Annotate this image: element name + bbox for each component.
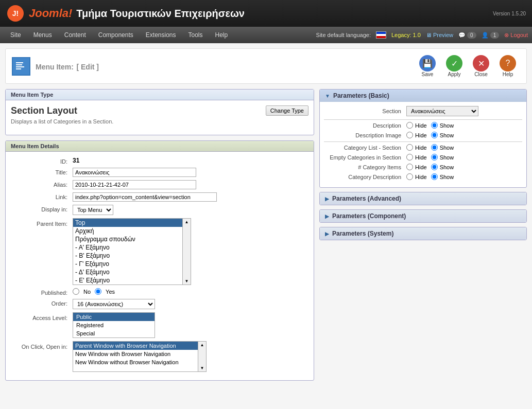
list-item[interactable]: Special (73, 329, 155, 337)
description-image-control: Hide Show (406, 132, 454, 138)
category-desc-show-radio[interactable] (431, 173, 438, 180)
empty-cat-hide-label: Hide (415, 154, 427, 161)
nav-tools[interactable]: Tools (182, 28, 209, 42)
list-item[interactable]: - Α' Εξάμηνο (73, 243, 182, 252)
scroll-down-arrow[interactable]: ▼ (184, 278, 190, 284)
params-basic-header[interactable]: ▼ Parameters (Basic) (320, 90, 526, 102)
on-click-listbox[interactable]: Parent Window with Browser Navigation Ne… (73, 341, 198, 372)
empty-categories-show-radio[interactable] (431, 154, 438, 161)
published-label: Published: (11, 288, 73, 296)
order-select[interactable]: 16 (Ανακοινώσεις) (73, 299, 155, 309)
category-items-show-radio[interactable] (431, 164, 438, 170)
preview-link[interactable]: 🖥 Preview (426, 32, 453, 38)
flag-icon (376, 31, 386, 39)
list-item[interactable]: - ΣΤ' Εξάμηνο (73, 284, 182, 285)
cat-list-hide-label: Hide (415, 145, 427, 151)
change-type-button[interactable]: Change Type (266, 105, 308, 116)
nav-site[interactable]: Site (4, 28, 27, 42)
id-value: 31 (73, 157, 308, 164)
category-items-hide-radio[interactable] (406, 164, 413, 170)
category-desc-label: Category Description (324, 174, 406, 180)
params-component-header[interactable]: ▶ Parameters (Component) (320, 210, 526, 222)
params-system-header[interactable]: ▶ Parameters (System) (320, 227, 526, 240)
nav-components[interactable]: Components (92, 28, 140, 42)
cat-desc-show-label: Show (440, 174, 454, 180)
description-label: Description (324, 122, 406, 129)
published-no-radio[interactable] (73, 288, 79, 295)
published-yes-radio[interactable] (95, 288, 101, 295)
list-item[interactable]: - Ε' Εξάμηνο (73, 276, 182, 284)
help-button[interactable]: ? Help (495, 53, 520, 79)
desc-image-hide-radio[interactable] (406, 132, 413, 138)
messages-count[interactable]: 💬 0 (458, 32, 476, 39)
nav-help[interactable]: Help (209, 28, 234, 42)
save-button[interactable]: 💾 Save (415, 53, 440, 79)
svg-rect-3 (16, 62, 23, 63)
section-layout-title: Section Layout (11, 105, 113, 116)
id-label: ID: (11, 157, 73, 165)
list-item[interactable]: - Γ' Εξάμηνο (73, 260, 182, 268)
params-advanced-header[interactable]: ▶ Parameters (Advanced) (320, 192, 526, 205)
nav-menus[interactable]: Menus (27, 28, 58, 42)
toolbar: 💾 Save ✓ Apply ✕ Close ? Help (415, 53, 520, 79)
menu-item-details-body: ID: 31 Title: Alias: (6, 152, 314, 380)
list-item[interactable]: Πρόγραμμα σπουδών (73, 235, 182, 243)
category-desc-row: Category Description Hide Show (324, 173, 522, 180)
parent-item-listbox[interactable]: Top Αρχική Πρόγραμμα σπουδών - Α' Εξάμην… (73, 218, 183, 285)
access-level-listbox[interactable]: Public Registered Special (73, 312, 155, 338)
help-icon: ? (500, 55, 516, 72)
list-item[interactable]: New Window without Browser Navigation (73, 358, 198, 366)
empty-cat-hide-pair: Hide (406, 154, 427, 161)
desc-img-show-label: Show (440, 132, 454, 138)
list-item[interactable]: Public (73, 313, 155, 321)
apply-button[interactable]: ✓ Apply (442, 53, 467, 79)
divider (324, 119, 522, 120)
description-hide-pair: Hide (406, 122, 427, 129)
close-button[interactable]: ✕ Close (469, 53, 493, 79)
cat-items-hide-label: Hide (415, 164, 427, 170)
params-component-section: ▶ Parameters (Component) (319, 209, 527, 223)
category-list-show-radio[interactable] (431, 144, 438, 151)
nav-content[interactable]: Content (58, 28, 92, 42)
users-count[interactable]: 👤 1 (482, 32, 500, 39)
section-select[interactable]: Ανακοινώσεις (406, 106, 478, 116)
list-item[interactable]: Registered (73, 321, 155, 329)
title-input[interactable] (73, 168, 196, 177)
category-desc-hide-radio[interactable] (406, 173, 413, 180)
params-system-title: Parameters (System) (332, 230, 393, 237)
on-click-label: On Click, Open in: (11, 342, 73, 350)
category-list-hide-radio[interactable] (406, 144, 413, 151)
empty-categories-label: Empty Categories in Section (324, 154, 406, 161)
preview-icon: 🖥 (426, 32, 432, 38)
display-in-select[interactable]: Top Menu (73, 205, 113, 215)
onclick-scrollbar[interactable]: ▲ ▼ (198, 341, 207, 372)
link-input[interactable] (73, 192, 217, 202)
alias-input[interactable] (73, 180, 196, 189)
scroll-down-arrow[interactable]: ▼ (199, 365, 205, 371)
section-layout-desc: Displays a list of Categories in a Secti… (11, 118, 113, 125)
list-item[interactable]: New Window with Browser Navigation (73, 350, 198, 358)
cat-desc-hide-label: Hide (415, 174, 427, 180)
divider (324, 141, 522, 142)
access-level-label: Access Level: (11, 313, 73, 321)
list-item[interactable]: - Β' Εξάμηνο (73, 252, 182, 260)
nav-extensions[interactable]: Extensions (140, 28, 182, 42)
logout-button[interactable]: ⊗ Logout (504, 32, 528, 39)
speech-icon: 💬 (458, 32, 466, 38)
desc-img-hide-label: Hide (415, 132, 427, 138)
on-click-wrapper: Parent Window with Browser Navigation Ne… (73, 341, 308, 372)
list-item[interactable]: Αρχική (73, 227, 182, 235)
scroll-up-arrow[interactable]: ▲ (184, 219, 190, 225)
description-image-label: Description Image (324, 132, 406, 138)
desc-image-show-radio[interactable] (431, 132, 438, 138)
list-item[interactable]: - Δ' Εξάμηνο (73, 268, 182, 276)
description-show-radio[interactable] (431, 122, 438, 129)
cat-items-show-label: Show (440, 164, 454, 170)
list-item[interactable]: Top (73, 219, 182, 227)
list-item[interactable]: Parent Window with Browser Navigation (73, 342, 198, 350)
listbox-scrollbar[interactable]: ▲ ▼ (183, 218, 191, 285)
empty-categories-hide-radio[interactable] (406, 154, 413, 161)
scroll-up-arrow[interactable]: ▲ (199, 342, 205, 348)
logout-icon: ⊗ (504, 32, 509, 38)
description-hide-radio[interactable] (406, 122, 413, 129)
